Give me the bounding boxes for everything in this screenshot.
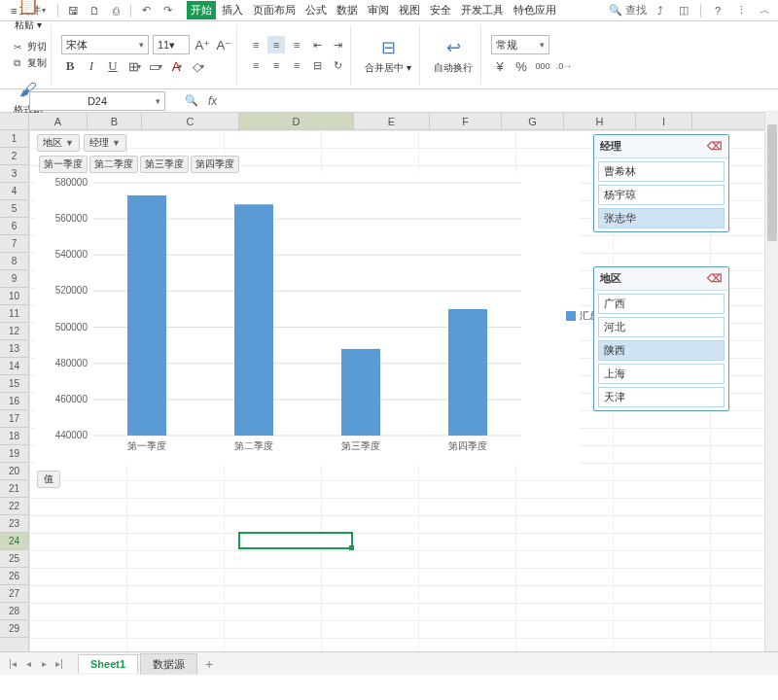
more-icon[interactable]: ⋮ xyxy=(731,2,751,19)
undo-icon[interactable]: ↶ xyxy=(136,2,156,19)
paste-button[interactable]: 📋 粘贴 ▾ xyxy=(11,0,46,34)
pivot-q3[interactable]: 第三季度 xyxy=(140,156,189,173)
row-header-17[interactable]: 17 xyxy=(0,410,28,428)
row-header-1[interactable]: 1 xyxy=(0,130,28,148)
slicer-manager[interactable]: 经理 ⌫ 曹希林杨宇琼张志华 xyxy=(593,134,729,232)
column-header-D[interactable]: D xyxy=(239,113,354,129)
tab-review[interactable]: 审阅 xyxy=(364,1,393,19)
tab-view[interactable]: 视图 xyxy=(395,1,424,19)
align-bottom-left[interactable]: ≡ xyxy=(247,56,265,74)
slicer-item[interactable]: 陕西 xyxy=(598,340,725,361)
row-header-19[interactable]: 19 xyxy=(0,445,28,463)
slicer-item[interactable]: 曹希林 xyxy=(598,161,725,182)
copy-button[interactable]: ⧉复制 xyxy=(11,56,47,70)
row-header-21[interactable]: 21 xyxy=(0,480,28,498)
share-icon[interactable]: ⤴ xyxy=(651,2,670,19)
clear-filter-icon[interactable]: ⌫ xyxy=(707,140,723,153)
row-header-20[interactable]: 20 xyxy=(0,463,28,480)
row-header-28[interactable]: 28 xyxy=(0,603,28,620)
tab-devtools[interactable]: 开发工具 xyxy=(457,1,508,19)
pivot-field-manager[interactable]: 经理▼ xyxy=(84,134,126,152)
font-color-button[interactable]: A▾ xyxy=(168,57,186,75)
zoom-to-selection-icon[interactable]: 🔍 xyxy=(185,94,198,107)
underline-button[interactable]: U xyxy=(104,57,122,75)
sheet-tab-datasource[interactable]: 数据源 xyxy=(140,653,197,675)
slicer-item[interactable]: 杨宇琼 xyxy=(598,185,725,205)
row-header-11[interactable]: 11 xyxy=(0,305,28,323)
name-box[interactable]: D24 ▾ xyxy=(29,91,165,111)
align-top-center[interactable]: ≡ xyxy=(267,36,285,53)
row-header-9[interactable]: 9 xyxy=(0,270,28,288)
column-header-E[interactable]: E xyxy=(354,113,430,129)
tab-security[interactable]: 安全 xyxy=(426,1,455,19)
row-header-23[interactable]: 23 xyxy=(0,515,28,533)
column-header-A[interactable]: A xyxy=(29,113,88,129)
slicer-item[interactable]: 天津 xyxy=(598,387,725,407)
row-header-18[interactable]: 18 xyxy=(0,428,28,445)
sheet-nav-prev[interactable]: ◂ xyxy=(21,657,35,671)
save-icon[interactable]: 🖫 xyxy=(63,2,83,19)
cells-area[interactable]: 地区▼ 经理▼ 第一季度 第二季度 第三季度 第四季度 值 4400004600… xyxy=(29,130,778,651)
column-header-C[interactable]: C xyxy=(142,113,239,129)
column-header-G[interactable]: G xyxy=(502,113,564,129)
thousands-button[interactable]: 000 xyxy=(534,57,551,75)
row-header-26[interactable]: 26 xyxy=(0,568,28,585)
border-button[interactable]: ⊞▾ xyxy=(125,57,143,75)
bold-button[interactable]: B xyxy=(61,57,79,75)
row-header-6[interactable]: 6 xyxy=(0,218,28,235)
scrollbar-thumb[interactable] xyxy=(767,124,777,241)
sheet-nav-last[interactable]: ▸| xyxy=(53,657,66,671)
print-icon[interactable]: ⎙ xyxy=(106,2,125,19)
sheet-nav-first[interactable]: |◂ xyxy=(6,657,19,671)
row-header-25[interactable]: 25 xyxy=(0,550,28,568)
row-header-14[interactable]: 14 xyxy=(0,358,28,375)
font-size-select[interactable]: 11▾ xyxy=(153,35,190,54)
indent-increase[interactable]: ⇥ xyxy=(329,36,346,53)
search-box[interactable]: 🔍 查找 xyxy=(609,3,647,18)
row-header-13[interactable]: 13 xyxy=(0,340,28,358)
column-header-I[interactable]: I xyxy=(636,113,692,129)
row-header-15[interactable]: 15 xyxy=(0,375,28,393)
row-header-12[interactable]: 12 xyxy=(0,323,28,340)
row-header-24[interactable]: 24 xyxy=(0,533,28,550)
italic-button[interactable]: I xyxy=(83,57,100,75)
row-header-8[interactable]: 8 xyxy=(0,253,28,270)
fill-handle[interactable] xyxy=(349,545,354,550)
column-header-H[interactable]: H xyxy=(564,113,636,129)
align-top-right[interactable]: ≡ xyxy=(288,36,305,53)
row-header-10[interactable]: 10 xyxy=(0,288,28,305)
slicer-item[interactable]: 上海 xyxy=(598,364,725,384)
row-header-2[interactable]: 2 xyxy=(0,148,28,165)
decrease-font-icon[interactable]: A⁻ xyxy=(215,36,232,53)
pivot-q1[interactable]: 第一季度 xyxy=(39,156,88,173)
tab-insert[interactable]: 插入 xyxy=(218,1,247,19)
increase-font-icon[interactable]: A⁺ xyxy=(194,36,211,53)
tab-formula[interactable]: 公式 xyxy=(301,1,331,19)
column-header-B[interactable]: B xyxy=(88,113,142,129)
pivot-q4[interactable]: 第四季度 xyxy=(191,156,239,173)
save-as-icon[interactable]: 🗋 xyxy=(85,2,104,19)
formula-input[interactable] xyxy=(217,91,778,111)
merge-toggle[interactable]: ⊟ xyxy=(308,56,326,74)
add-sheet-button[interactable]: + xyxy=(199,656,219,672)
tab-special[interactable]: 特色应用 xyxy=(510,1,560,19)
row-header-29[interactable]: 29 xyxy=(0,620,28,638)
sheet-tab-sheet1[interactable]: Sheet1 xyxy=(78,654,138,673)
cloud-icon[interactable]: ◫ xyxy=(674,2,693,19)
currency-button[interactable]: ¥ xyxy=(491,57,509,75)
row-header-22[interactable]: 22 xyxy=(0,498,28,515)
slicer-item[interactable]: 张志华 xyxy=(598,208,725,228)
sheet-nav-next[interactable]: ▸ xyxy=(37,657,51,671)
row-header-16[interactable]: 16 xyxy=(0,393,28,410)
cut-button[interactable]: ✂剪切 xyxy=(11,40,47,53)
cell-style-button[interactable]: ◇▾ xyxy=(190,57,207,75)
row-header-7[interactable]: 7 xyxy=(0,235,28,253)
pivot-value-field[interactable]: 值 xyxy=(37,471,60,488)
merge-center-button[interactable]: ⊟ 合并居中 ▾ xyxy=(361,34,415,77)
fill-color-button[interactable]: ▭▾ xyxy=(147,57,164,75)
pivot-q2[interactable]: 第二季度 xyxy=(89,156,138,173)
slicer-item[interactable]: 河北 xyxy=(598,317,725,337)
clear-filter-icon[interactable]: ⌫ xyxy=(707,272,723,285)
align-bottom-right[interactable]: ≡ xyxy=(288,56,305,74)
pivot-chart[interactable]: 4400004600004800005000005200005400005600… xyxy=(35,173,580,465)
